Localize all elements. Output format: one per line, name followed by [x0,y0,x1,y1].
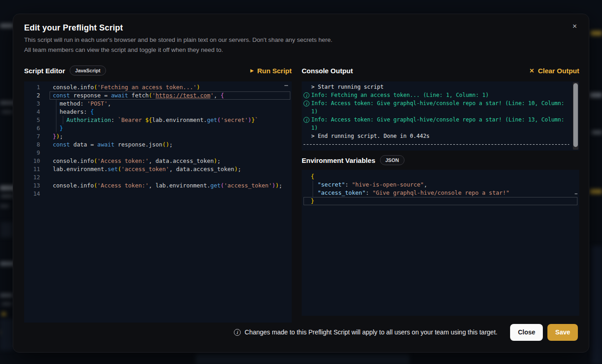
script-editor-title: Script Editor [24,67,65,75]
close-icon[interactable]: × [569,20,581,32]
footer-notice: i Changes made to this Preflight Script … [234,329,498,336]
description-line-2: All team members can view the script and… [24,45,332,55]
close-button[interactable]: Close [510,324,543,341]
line-number: 12 [24,173,40,182]
line-number: 2 [24,91,40,100]
run-script-button[interactable]: ▶ Run Script [250,67,292,75]
dialog-footer: i Changes made to this Preflight Script … [24,323,578,342]
line-number: 7 [24,132,40,141]
console-scrollbar[interactable] [573,82,578,150]
code-line[interactable]: 10console.info('Access token:', data.acc… [24,157,292,165]
console-scrollbar-thumb[interactable] [573,83,578,147]
json-badge: JSON [380,155,405,165]
clear-output-button[interactable]: ✕ Clear Output [529,67,579,75]
code-line[interactable]: 4 headers: { [24,108,292,116]
code-line[interactable]: 9 [24,149,292,157]
code-line[interactable]: { [311,172,576,181]
info-circle-icon: i [304,101,309,106]
code-line[interactable]: 3 method: 'POST', [24,100,292,108]
console-line: iInfo: Access token: Give graphql-hive/c… [304,99,569,116]
dialog-title: Edit your Preflight Script [24,23,123,33]
javascript-badge: JavaScript [70,66,106,76]
code-line[interactable]: 2const response = await fetch('https://t… [24,91,292,100]
code-line[interactable]: 6 } [24,124,292,132]
clear-output-label: Clear Output [538,67,579,75]
line-number: 14 [24,190,40,198]
line-number: 3 [24,100,40,108]
code-line[interactable]: "access_token": "Give graphql-hive/conso… [311,189,576,197]
script-code-editor[interactable]: 1console.info('Fetching an access token.… [24,81,292,323]
code-line[interactable]: 8const data = await response.json(); [24,141,292,149]
console-line: > Start running script [304,83,569,91]
line-number: 9 [24,149,40,157]
console-line: iInfo: Fetching an access token... (Line… [304,91,569,99]
console-text: > Start running script [311,83,569,91]
line-number: 13 [24,182,40,190]
clear-icon: ✕ [529,68,534,74]
console-output-title: Console Output [302,67,353,75]
save-button[interactable]: Save [547,324,578,341]
current-line-highlight [304,197,577,205]
info-icon: i [234,329,241,336]
preflight-script-dialog: Edit your Preflight Script This script w… [13,14,589,353]
code-line[interactable]: 13console.info('Access token:', lab.envi… [24,182,292,190]
description-line-1: This script will run in each user's brow… [24,35,332,45]
code-line[interactable]: } [311,197,576,205]
code-line[interactable]: 11lab.environment.set('access_token', da… [24,165,292,173]
info-circle-icon: i [304,92,309,98]
console-text: Info: Access token: Give graphql-hive/co… [311,99,569,116]
environment-variables-title: Environment Variables [302,157,375,164]
play-icon: ▶ [250,69,253,73]
line-number: 5 [24,116,40,124]
console-output-header: Console Output ✕ Clear Output [302,65,579,76]
code-line[interactable]: 1console.info('Fetching an access token.… [24,83,292,91]
script-editor-header: Script Editor JavaScript ▶ Run Script [24,65,292,76]
console-separator [304,140,569,148]
code-line[interactable]: "secret": "hive-is-open-source", [311,181,576,189]
line-number: 11 [24,165,40,173]
line-number: 1 [24,83,40,91]
console-text: Info: Fetching an access token... (Line:… [311,91,569,99]
line-number: 10 [24,157,40,165]
code-line[interactable]: 12 [24,173,292,182]
environment-variables-editor[interactable]: { "secret": "hive-is-open-source", "acce… [302,170,579,316]
environment-variables-header: Environment Variables JSON [302,154,579,166]
code-line[interactable]: 5 Authorization: `Bearer ${lab.environme… [24,116,292,124]
console-output-panel: > Start running scriptiInfo: Fetching an… [302,81,579,151]
console-text: Info: Access token: Give graphql-hive/co… [311,116,569,132]
line-number: 4 [24,108,40,116]
console-line: > End running script. Done in 0.442s [304,132,569,140]
info-circle-icon: i [304,117,309,123]
footer-notice-text: Changes made to this Preflight Script wi… [245,329,498,336]
dialog-description: This script will run in each user's brow… [24,35,332,55]
console-text: > End running script. Done in 0.442s [311,132,569,140]
run-script-label: Run Script [257,67,292,75]
line-number: 6 [24,124,40,132]
console-line: iInfo: Access token: Give graphql-hive/c… [304,116,569,132]
code-line[interactable]: 14 [24,190,292,198]
line-number: 8 [24,141,40,149]
code-line[interactable]: 7}); [24,132,292,141]
